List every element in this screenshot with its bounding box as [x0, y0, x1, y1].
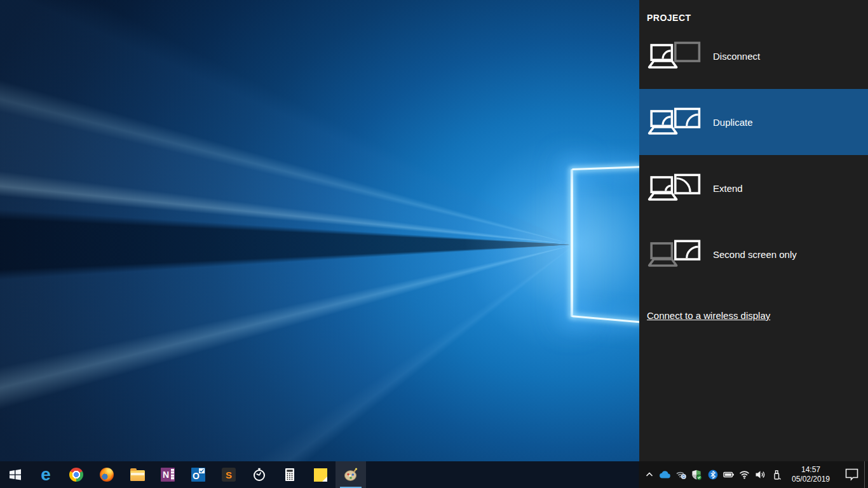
- volume-icon: [755, 470, 766, 480]
- show-hidden-icons-button[interactable]: [641, 461, 657, 488]
- chrome-icon: [69, 468, 83, 482]
- bluetooth-tray-button[interactable]: [705, 461, 721, 488]
- wallpaper-window-glow-bottom: [572, 315, 641, 323]
- network-sync-icon: [675, 470, 687, 480]
- wallpaper-window-glow-top: [572, 166, 641, 170]
- duplicate-icon: [647, 106, 702, 138]
- action-center-bubble-icon: [845, 468, 858, 481]
- taskbar-app-paint[interactable]: [336, 461, 366, 488]
- taskbar-app-outlook[interactable]: O: [183, 461, 214, 488]
- taskbar-app-file-explorer[interactable]: [122, 461, 153, 488]
- taskbar-app-sublime[interactable]: S: [214, 461, 244, 488]
- calculator-icon: [283, 468, 297, 482]
- extend-icon: [647, 172, 702, 204]
- system-tray: 14:57 05/02/2019: [641, 461, 868, 488]
- alarm-clock-icon: [252, 468, 266, 482]
- paint-palette-icon: [343, 467, 358, 482]
- option-label: Disconnect: [713, 51, 760, 62]
- start-button[interactable]: [0, 461, 31, 488]
- taskbar-app-sticky-notes[interactable]: [305, 461, 336, 488]
- project-option-second-screen-only[interactable]: Second screen only: [639, 221, 868, 287]
- windows-logo-icon: [8, 468, 22, 482]
- network-sync-tray-button[interactable]: [673, 461, 689, 488]
- option-label: Duplicate: [713, 117, 753, 128]
- project-option-duplicate[interactable]: Duplicate: [639, 89, 868, 155]
- onedrive-cloud-icon: [659, 470, 671, 479]
- volume-tray-button[interactable]: [752, 461, 768, 488]
- disconnect-icon: [647, 40, 702, 72]
- option-label: Extend: [713, 183, 743, 194]
- taskbar: e N O S: [0, 461, 868, 488]
- sticky-notes-icon: [314, 468, 327, 482]
- project-option-disconnect[interactable]: Disconnect: [639, 23, 868, 89]
- battery-icon: [723, 470, 735, 480]
- clock-date: 05/02/2019: [788, 475, 834, 484]
- taskbar-empty-space: [366, 461, 641, 488]
- taskbar-app-onenote[interactable]: N: [153, 461, 183, 488]
- usb-device-icon: [771, 470, 782, 480]
- clock-time: 14:57: [788, 465, 834, 475]
- connect-wireless-display-link[interactable]: Connect to a wireless display: [647, 310, 770, 321]
- security-shield-icon: [691, 470, 702, 480]
- taskbar-app-alarms-clock[interactable]: [244, 461, 275, 488]
- taskbar-app-chrome[interactable]: [61, 461, 92, 488]
- sublime-text-icon: S: [222, 468, 236, 482]
- wifi-tray-button[interactable]: [736, 461, 752, 488]
- firefox-icon: [100, 468, 114, 482]
- taskbar-app-firefox[interactable]: [92, 461, 122, 488]
- show-desktop-button[interactable]: [864, 461, 868, 488]
- second-screen-only-icon: [647, 238, 702, 270]
- chevron-up-icon: [645, 470, 654, 479]
- project-option-extend[interactable]: Extend: [639, 155, 868, 221]
- wallpaper-window-glow-vertical: [571, 169, 573, 317]
- tray-clock[interactable]: 14:57 05/02/2019: [788, 465, 834, 484]
- bluetooth-icon: [708, 470, 718, 480]
- windows-security-tray-button[interactable]: [689, 461, 705, 488]
- onenote-icon: N: [161, 468, 175, 482]
- taskbar-app-edge[interactable]: e: [31, 461, 61, 488]
- panel-title: PROJECT: [639, 0, 868, 23]
- onedrive-tray-button[interactable]: [657, 461, 673, 488]
- option-label: Second screen only: [713, 249, 797, 260]
- file-explorer-icon: [130, 470, 145, 481]
- battery-tray-button[interactable]: [721, 461, 736, 488]
- outlook-icon: O: [191, 468, 205, 482]
- usb-device-tray-button[interactable]: [768, 461, 784, 488]
- action-center-button[interactable]: [839, 461, 864, 488]
- wifi-icon: [739, 470, 750, 479]
- project-panel: PROJECT Disconnect Duplicate Exte: [639, 0, 868, 461]
- edge-icon: e: [41, 468, 51, 482]
- taskbar-app-calculator[interactable]: [275, 461, 305, 488]
